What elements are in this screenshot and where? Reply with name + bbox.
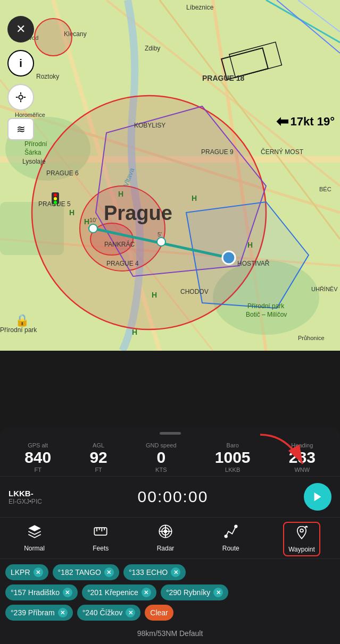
- svg-text:Roztoky: Roztoky: [36, 73, 59, 80]
- nav-tabs: Normal Feets: [0, 518, 340, 559]
- wind-arrow-icon: ⬅: [276, 113, 288, 130]
- svg-point-87: [300, 529, 303, 532]
- svg-text:H: H: [118, 190, 123, 198]
- svg-text:Zdiby: Zdiby: [145, 45, 160, 52]
- waypoint-rybniky-remove[interactable]: ✕: [213, 588, 223, 597]
- waypoint-rybniky[interactable]: °290 Rybníky ✕: [161, 584, 228, 600]
- baro-unit: LKKB: [225, 467, 240, 473]
- svg-text:H: H: [132, 328, 137, 336]
- tab-feets[interactable]: Feets: [88, 522, 113, 556]
- tab-route-label: Route: [222, 545, 239, 552]
- svg-text:PANKRÁC: PANKRÁC: [104, 240, 135, 248]
- heading-label: Heading: [291, 442, 313, 448]
- svg-text:PRAGUE 4: PRAGUE 4: [106, 260, 139, 267]
- location-button[interactable]: [7, 84, 34, 111]
- stat-gps-alt: GPS alt 840 FT: [24, 442, 51, 473]
- svg-text:CHODOV: CHODOV: [180, 288, 209, 295]
- waypoint-hradistko-remove[interactable]: ✕: [63, 588, 72, 597]
- tab-route[interactable]: Route: [218, 522, 244, 556]
- stat-baro: Baro 1005 LKKB: [215, 442, 251, 473]
- svg-text:UHŘÍNĚV: UHŘÍNĚV: [311, 286, 338, 292]
- svg-text:Průhonice: Průhonice: [298, 335, 325, 341]
- stat-agl: AGL 92 FT: [89, 442, 107, 473]
- svg-line-89: [306, 526, 307, 527]
- tags-row-3: °239 Příbram ✕ °240 Čížkov ✕ Clear: [5, 605, 335, 621]
- flight-info: LKKB- EI-GXJ•PIC: [9, 489, 42, 505]
- stat-gnd-speed: GND speed 0 KTS: [146, 442, 176, 473]
- waypoint-echo133-remove[interactable]: ✕: [171, 567, 180, 577]
- wind-display: ⬅ 17kt 19°: [276, 113, 335, 130]
- info-button[interactable]: i: [7, 50, 34, 77]
- waypoints-section: LKPR ✕ °182 TANGO ✕ °133 ECHO ✕ °157 Hra…: [0, 559, 340, 621]
- svg-text:H: H: [192, 194, 197, 202]
- waypoint-cizkov[interactable]: °240 Čížkov ✕: [77, 605, 141, 621]
- waypoint-echo133[interactable]: °133 ECHO ✕: [123, 564, 186, 580]
- svg-text:Líbeznice: Líbeznice: [186, 4, 214, 11]
- play-button[interactable]: [304, 483, 331, 511]
- svg-text:10': 10': [89, 217, 97, 223]
- close-button[interactable]: ✕: [7, 16, 34, 43]
- flight-sub: EI-GXJ•PIC: [9, 498, 42, 505]
- svg-text:5': 5': [157, 231, 162, 238]
- svg-text:🔒: 🔒: [15, 313, 30, 327]
- svg-text:Přírodní park: Přírodní park: [0, 326, 37, 334]
- svg-text:Prague: Prague: [104, 202, 172, 224]
- waypoint-lkpr-remove[interactable]: ✕: [34, 567, 43, 577]
- svg-point-23: [89, 224, 97, 233]
- waypoint-tango182[interactable]: °182 TANGO ✕: [53, 564, 119, 580]
- tab-radar[interactable]: Radar: [153, 522, 179, 556]
- waypoint-krepenice[interactable]: °201 Křepenice ✕: [82, 584, 156, 600]
- timer-row: LKKB- EI-GXJ•PIC 00:00:00: [0, 477, 340, 518]
- map-controls: ✕ i ≋: [7, 16, 34, 140]
- flight-id: LKKB-: [9, 489, 42, 498]
- route-icon: [223, 524, 238, 543]
- waypoint-icon: [294, 525, 309, 544]
- agl-value: 92: [89, 450, 107, 465]
- svg-text:Přírodní park: Přírodní park: [247, 302, 285, 310]
- waypoint-rybniky-label: °290 Rybníky: [166, 588, 210, 597]
- stats-row: GPS alt 840 FT AGL 92 FT GND speed 0 KTS…: [0, 435, 340, 477]
- waypoint-krepenice-label: °201 Křepenice: [87, 588, 138, 597]
- svg-text:ČERNÝ MOST: ČERNÝ MOST: [261, 148, 304, 156]
- tab-waypoint-label: Waypoint: [288, 546, 315, 553]
- svg-text:PRAGUE 9: PRAGUE 9: [201, 148, 234, 156]
- svg-point-25: [222, 251, 235, 264]
- clear-label: Clear: [150, 608, 168, 617]
- svg-text:Šárka: Šárka: [24, 148, 42, 156]
- svg-text:H: H: [152, 291, 157, 299]
- radar-icon: [158, 524, 173, 543]
- svg-point-86: [235, 525, 237, 528]
- heading-value: 283: [289, 450, 316, 465]
- waypoint-cizkov-remove[interactable]: ✕: [126, 608, 135, 617]
- tab-normal[interactable]: Normal: [20, 522, 49, 556]
- layers-icon: [27, 524, 42, 543]
- waypoint-echo133-label: °133 ECHO: [129, 568, 168, 577]
- map-view[interactable]: H H H H H H H H 10' 5' Klecany Zdiby Roz…: [0, 0, 340, 351]
- svg-text:BÉC: BÉC: [319, 186, 331, 192]
- waypoint-lkpr[interactable]: LKPR ✕: [5, 564, 48, 580]
- bottom-panel: GPS alt 840 FT AGL 92 FT GND speed 0 KTS…: [0, 427, 340, 644]
- waypoint-pribram[interactable]: °239 Příbram ✕: [5, 605, 73, 621]
- waypoint-hradistko[interactable]: °157 Hradištko ✕: [5, 584, 78, 600]
- waypoint-krepenice-remove[interactable]: ✕: [142, 588, 151, 597]
- gnd-speed-value: 0: [156, 450, 165, 465]
- tags-row-2: °157 Hradištko ✕ °201 Křepenice ✕ °290 R…: [5, 584, 335, 600]
- wind-button[interactable]: ≋: [7, 118, 34, 140]
- ruler-icon: [93, 524, 108, 543]
- waypoint-pribram-remove[interactable]: ✕: [58, 608, 68, 617]
- svg-marker-74: [314, 493, 321, 502]
- waypoint-tango182-remove[interactable]: ✕: [104, 567, 114, 577]
- baro-label: Baro: [227, 442, 239, 448]
- svg-text:H: H: [69, 208, 74, 217]
- svg-text:HOSTIVAŘ: HOSTIVAŘ: [237, 259, 270, 267]
- svg-point-64: [54, 193, 57, 197]
- svg-text:Lysolaje: Lysolaje: [22, 158, 46, 165]
- svg-point-85: [225, 535, 227, 538]
- waypoint-pribram-label: °239 Příbram: [11, 608, 55, 617]
- tab-waypoint[interactable]: Waypoint: [283, 522, 320, 556]
- gnd-speed-unit: KTS: [155, 467, 167, 473]
- svg-text:Přírodní: Přírodní: [24, 140, 47, 148]
- clear-button[interactable]: Clear: [145, 605, 173, 621]
- svg-point-66: [54, 201, 57, 204]
- svg-text:PRAGUE 18: PRAGUE 18: [202, 74, 245, 82]
